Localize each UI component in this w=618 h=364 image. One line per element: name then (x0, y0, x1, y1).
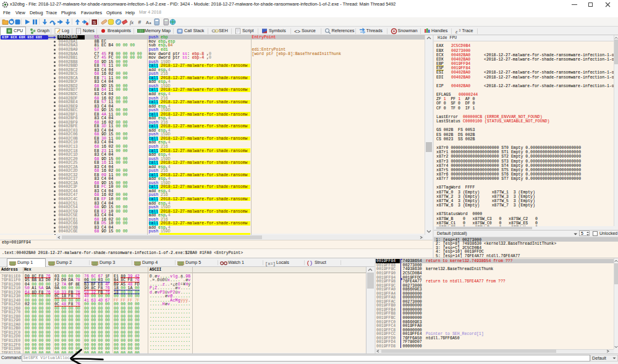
svg-text:#: # (138, 19, 142, 25)
svg-text:a: a (149, 21, 151, 25)
svg-text:fx: fx (130, 19, 133, 25)
svg-text:[x=]: [x=] (265, 261, 275, 266)
svg-text:A: A (146, 20, 149, 25)
svg-text:S: S (93, 20, 96, 25)
svg-text:ε: ε (455, 28, 458, 35)
svg-text:3: 3 (459, 28, 460, 32)
svg-text:<>: <> (294, 29, 300, 35)
